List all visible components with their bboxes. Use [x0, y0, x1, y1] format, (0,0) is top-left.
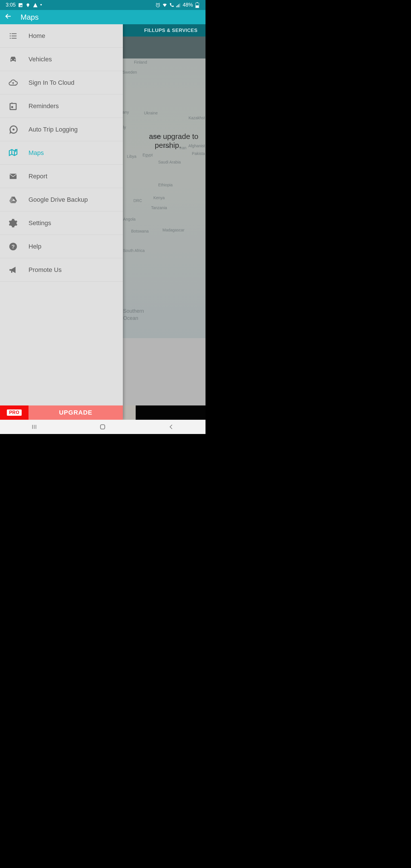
drawer-label: Home	[29, 32, 45, 40]
svg-rect-11	[179, 3, 180, 7]
system-nav-bar	[0, 420, 205, 434]
bulb-icon	[25, 3, 31, 8]
back-button[interactable]	[5, 12, 12, 22]
drawer-label: Promote Us	[29, 266, 62, 274]
upgrade-button[interactable]: UPGRADE	[29, 405, 123, 420]
drawer-label: Settings	[29, 219, 51, 227]
fuel-warning-icon	[33, 3, 38, 8]
battery-icon	[195, 3, 200, 8]
svg-rect-23	[11, 106, 13, 108]
tab-label: FILLUPS & SERVICES	[144, 28, 198, 33]
help-icon: ?	[8, 241, 18, 252]
svg-rect-19	[12, 35, 16, 36]
drawer-item-home[interactable]: Home	[0, 24, 123, 48]
call-icon	[169, 3, 174, 8]
upgrade-line1: ase upgrade to	[149, 132, 198, 141]
svg-rect-18	[10, 35, 11, 36]
svg-rect-9	[177, 5, 178, 7]
location-history-icon	[8, 124, 18, 135]
status-right: 48%	[155, 2, 200, 8]
status-bar: 3:05 • 48%	[0, 0, 205, 10]
drawer-label: Maps	[29, 149, 44, 157]
battery-text: 48%	[183, 2, 193, 8]
drawer-label: Vehicles	[29, 56, 52, 63]
svg-rect-13	[197, 2, 198, 3]
svg-marker-4	[33, 3, 38, 7]
svg-rect-17	[12, 33, 16, 34]
svg-rect-24	[12, 102, 12, 103]
home-button[interactable]	[94, 421, 111, 433]
drawer-item-report[interactable]: Report	[0, 165, 123, 188]
drawer-item-help[interactable]: ? Help	[0, 235, 123, 258]
app-title: Maps	[21, 13, 39, 22]
drawer-label: Help	[29, 243, 41, 250]
status-left: 3:05 •	[6, 2, 42, 8]
drawer-item-drive-backup[interactable]: Google Drive Backup	[0, 188, 123, 211]
navigation-drawer: Home Vehicles Sign In To Cloud Reminders	[0, 24, 123, 420]
drawer-label: Auto Trip Logging	[29, 126, 77, 133]
drawer-label: Report	[29, 173, 47, 180]
svg-rect-16	[10, 33, 11, 34]
drawer-item-settings[interactable]: Settings	[0, 211, 123, 235]
upgrade-label: UPGRADE	[59, 409, 92, 416]
map-icon	[8, 148, 18, 158]
svg-line-6	[156, 3, 157, 3]
gear-icon	[8, 218, 18, 228]
svg-point-26	[15, 149, 16, 151]
svg-text:?: ?	[11, 243, 14, 249]
svg-rect-21	[12, 38, 16, 38]
megaphone-icon	[8, 265, 18, 275]
car-icon	[8, 54, 18, 64]
list-icon	[8, 31, 18, 41]
svg-rect-20	[10, 38, 11, 38]
svg-marker-33	[9, 267, 15, 273]
calendar-icon	[8, 101, 18, 111]
drawer-item-cloud-signin[interactable]: Sign In To Cloud	[0, 71, 123, 94]
drawer-label: Google Drive Backup	[29, 196, 88, 204]
svg-rect-0	[19, 3, 23, 7]
pro-badge[interactable]: PRO	[0, 405, 29, 420]
svg-rect-38	[101, 425, 105, 429]
content-area: FILLUPS & SERVICES Finland Sweden any Uk…	[0, 24, 205, 420]
svg-rect-14	[196, 5, 199, 8]
drawer-item-promote[interactable]: Promote Us	[0, 258, 123, 282]
wifi-icon	[162, 3, 167, 8]
recents-button[interactable]	[26, 421, 43, 433]
drawer-label: Reminders	[29, 102, 59, 110]
svg-line-7	[159, 3, 160, 3]
upgrade-line2: pership.	[149, 141, 187, 150]
dot-icon: •	[40, 2, 42, 8]
drawer-footer: PRO UPGRADE	[0, 405, 123, 420]
drawer-label: Sign In To Cloud	[29, 79, 74, 87]
drawer-item-auto-trip[interactable]: Auto Trip Logging	[0, 118, 123, 141]
svg-rect-8	[176, 6, 177, 7]
cloud-sync-icon	[8, 78, 18, 88]
alarm-icon	[155, 3, 161, 8]
mail-icon	[8, 171, 18, 182]
svg-rect-27	[10, 174, 16, 179]
drawer-item-maps[interactable]: Maps	[0, 141, 123, 165]
app-bar: Maps	[0, 10, 205, 24]
svg-rect-10	[178, 4, 179, 7]
svg-point-2	[27, 3, 29, 6]
svg-rect-34	[11, 271, 12, 273]
svg-rect-3	[27, 6, 29, 7]
status-time: 3:05	[6, 2, 16, 8]
google-drive-icon	[8, 195, 18, 205]
signal-icon	[176, 3, 181, 8]
image-icon	[18, 3, 23, 8]
drawer-items: Home Vehicles Sign In To Cloud Reminders	[0, 24, 123, 405]
drawer-item-vehicles[interactable]: Vehicles	[0, 48, 123, 71]
pro-badge-text: PRO	[7, 409, 22, 416]
svg-point-25	[12, 128, 14, 130]
drawer-item-reminders[interactable]: Reminders	[0, 94, 123, 118]
back-nav-button[interactable]	[163, 421, 180, 433]
upgrade-message: ase upgrade to pership.	[149, 132, 198, 150]
